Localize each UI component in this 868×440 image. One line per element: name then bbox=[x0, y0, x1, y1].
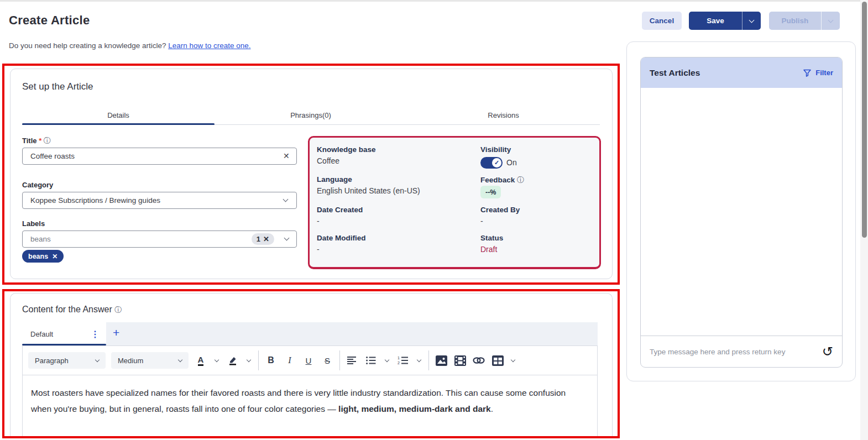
date-created-label: Date Created bbox=[317, 206, 363, 214]
strikethrough-icon: S bbox=[325, 356, 330, 365]
chevron-down-icon bbox=[417, 357, 421, 362]
chevron-down-icon bbox=[283, 197, 289, 202]
editor-text-end: . bbox=[491, 404, 493, 413]
toolbar-divider bbox=[258, 350, 259, 370]
page-title: Create Article bbox=[9, 13, 90, 28]
italic-button[interactable]: I bbox=[283, 352, 296, 369]
clear-labels-icon[interactable]: ✕ bbox=[263, 235, 269, 243]
status-value: Draft bbox=[480, 245, 497, 254]
text-color-button[interactable]: A bbox=[194, 352, 207, 369]
visibility-label: Visibility bbox=[480, 145, 511, 154]
info-icon: ⓘ bbox=[114, 306, 122, 314]
status-label: Status bbox=[480, 234, 503, 242]
chat-input-row: ↺ bbox=[641, 336, 842, 367]
cancel-button[interactable]: Cancel bbox=[642, 12, 682, 30]
article-meta-card bbox=[308, 136, 601, 269]
add-tab-button[interactable]: + bbox=[113, 326, 119, 339]
bold-button[interactable]: B bbox=[264, 352, 278, 369]
paragraph-style-select[interactable]: Paragraph bbox=[28, 352, 106, 369]
bullet-list-button[interactable] bbox=[364, 352, 378, 369]
test-articles-title: Test Articles bbox=[650, 68, 700, 78]
language-label: Language bbox=[317, 175, 352, 184]
insert-table-button[interactable] bbox=[491, 352, 504, 369]
date-modified-value: - bbox=[317, 245, 320, 254]
created-by-value: - bbox=[480, 217, 483, 226]
highlight-color-dropdown[interactable] bbox=[245, 352, 253, 369]
font-size-select[interactable]: Medium bbox=[111, 352, 189, 369]
chat-message-input[interactable] bbox=[650, 348, 817, 356]
help-text: Do you need help creating a knowledge ar… bbox=[9, 41, 251, 50]
info-icon: ⓘ bbox=[517, 176, 524, 184]
bullet-list-icon bbox=[366, 357, 376, 364]
link-icon bbox=[473, 356, 485, 365]
image-icon bbox=[436, 355, 447, 366]
editor-tab-default[interactable]: Default ⋮ bbox=[22, 322, 106, 345]
underline-button[interactable]: U bbox=[302, 352, 315, 369]
info-icon: ⓘ bbox=[44, 137, 51, 145]
save-dropdown-button[interactable] bbox=[742, 12, 761, 30]
numbered-list-dropdown[interactable] bbox=[415, 352, 423, 369]
language-value: English United States (en-US) bbox=[317, 186, 420, 195]
tab-phrasings[interactable]: Phrasings(0) bbox=[215, 111, 407, 119]
save-button[interactable]: Save bbox=[689, 12, 742, 30]
labels-count: 1 bbox=[257, 235, 260, 243]
title-input[interactable] bbox=[22, 148, 297, 165]
help-text-static: Do you need help creating a knowledge ar… bbox=[9, 41, 168, 50]
bullet-list-dropdown[interactable] bbox=[383, 352, 391, 369]
numbered-list-icon: 12 bbox=[398, 356, 409, 365]
labels-count-pill[interactable]: 1 ✕ bbox=[252, 233, 274, 245]
table-icon bbox=[492, 355, 504, 366]
highlighter-icon bbox=[228, 355, 238, 365]
content-title-text: Content for the Answer bbox=[22, 305, 112, 314]
highlight-color-button[interactable] bbox=[226, 352, 239, 369]
visibility-toggle[interactable]: ✓ bbox=[480, 157, 503, 169]
visibility-state: On bbox=[506, 158, 517, 167]
text-color-dropdown[interactable] bbox=[213, 352, 221, 369]
filter-label: Filter bbox=[815, 69, 833, 77]
labels-select[interactable]: beans 1 ✕ bbox=[22, 231, 297, 248]
learn-how-link[interactable]: Learn how to create one. bbox=[168, 41, 250, 50]
title-field-label: Title * ⓘ bbox=[22, 136, 51, 146]
table-dropdown[interactable] bbox=[510, 352, 516, 369]
chevron-down-icon bbox=[828, 17, 834, 23]
created-by-label: Created By bbox=[480, 206, 520, 214]
tab-menu-icon[interactable]: ⋮ bbox=[91, 329, 100, 339]
text-color-icon: A bbox=[198, 355, 204, 366]
font-size-value: Medium bbox=[118, 357, 143, 365]
scrollbar-thumb[interactable] bbox=[862, 2, 867, 238]
date-created-value: - bbox=[317, 217, 320, 226]
setup-section-title: Set up the Article bbox=[22, 81, 93, 92]
reset-conversation-icon[interactable]: ↺ bbox=[822, 346, 833, 357]
strikethrough-button[interactable]: S bbox=[321, 352, 334, 369]
page-scrollbar[interactable] bbox=[860, 0, 868, 440]
publish-split-button: Publish bbox=[769, 12, 840, 30]
chevron-down-icon bbox=[284, 235, 290, 241]
category-select[interactable]: Koppee Subscriptions / Brewing guides bbox=[22, 192, 297, 209]
active-tab-underline bbox=[22, 123, 215, 125]
insert-image-button[interactable] bbox=[435, 352, 448, 369]
align-button[interactable] bbox=[346, 352, 359, 369]
numbered-list-button[interactable]: 12 bbox=[396, 352, 410, 369]
insert-link-button[interactable] bbox=[472, 352, 485, 369]
remove-label-icon[interactable]: ✕ bbox=[52, 253, 57, 260]
tab-details[interactable]: Details bbox=[22, 111, 215, 119]
underline-icon: U bbox=[306, 356, 312, 365]
test-articles-panel: Test Articles Filter ↺ bbox=[640, 57, 843, 368]
tab-revisions[interactable]: Revisions bbox=[407, 111, 600, 119]
publish-dropdown-button[interactable] bbox=[822, 12, 840, 30]
filter-button[interactable]: Filter bbox=[803, 69, 833, 77]
clear-title-icon[interactable]: ✕ bbox=[283, 151, 290, 160]
toolbar-divider bbox=[339, 350, 340, 370]
publish-button[interactable]: Publish bbox=[769, 12, 822, 30]
labels-field-label: Labels bbox=[22, 219, 45, 228]
insert-video-button[interactable] bbox=[453, 352, 467, 369]
chevron-down-icon bbox=[178, 357, 182, 362]
italic-icon: I bbox=[288, 355, 291, 365]
editor-body[interactable]: Most roasters have specialized names for… bbox=[22, 375, 598, 436]
feedback-pill: --% bbox=[480, 186, 501, 198]
category-field-label: Category bbox=[22, 181, 53, 189]
label-chip-text: beans bbox=[28, 253, 48, 260]
feedback-label-text: Feedback bbox=[480, 176, 515, 184]
knowledge-base-label: Knowledge base bbox=[317, 145, 376, 154]
filter-funnel-icon bbox=[803, 69, 812, 77]
